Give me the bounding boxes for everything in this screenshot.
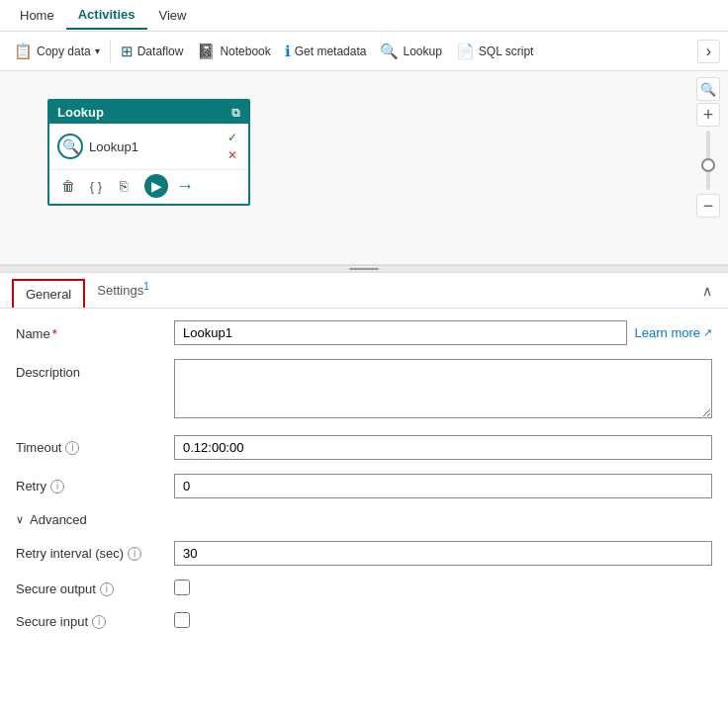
secure-output-label: Secure output i xyxy=(16,582,174,596)
timeout-field-wrapper xyxy=(174,435,712,460)
secure-output-field-wrapper xyxy=(174,580,190,598)
info-icon: ℹ xyxy=(285,43,291,60)
learn-more-link[interactable]: Learn more ↗ xyxy=(635,325,712,340)
status-ok-icon: ✓ xyxy=(225,130,240,145)
toolbar-more-button[interactable]: › xyxy=(697,40,720,63)
tab-general[interactable]: General xyxy=(12,279,85,308)
chevron-down-icon: ▾ xyxy=(95,45,100,56)
node-variables-button[interactable]: { } xyxy=(85,175,107,197)
lookup-node: Lookup ⧉ 🔍 Lookup1 ✓ ✕ 🗑 { } ⎘ ▶ → xyxy=(47,99,250,206)
zoom-controls: 🔍 + − xyxy=(696,77,720,218)
lookup-node-body: 🔍 Lookup1 ✓ ✕ xyxy=(49,124,248,169)
retry-label: Retry i xyxy=(16,479,174,493)
lookup-icon: 🔍 xyxy=(380,43,399,60)
retry-field-wrapper xyxy=(174,474,712,498)
node-delete-button[interactable]: 🗑 xyxy=(57,175,79,197)
external-link-icon: ↗ xyxy=(703,326,712,339)
retry-interval-input[interactable] xyxy=(174,541,712,566)
name-field-wrapper: Learn more ↗ xyxy=(174,320,712,345)
retry-interval-row: Retry interval (sec) i xyxy=(16,541,712,566)
retry-interval-info-icon[interactable]: i xyxy=(128,547,141,561)
zoom-in-button[interactable]: + xyxy=(696,103,720,127)
name-label: Name * xyxy=(16,320,174,341)
toolbar: 📋 Copy data ▾ ⊞ Dataflow 📓 Notebook ℹ Ge… xyxy=(0,32,728,71)
lookup-node-icon: 🔍 xyxy=(57,134,83,159)
get-metadata-button[interactable]: ℹ Get metadata xyxy=(279,39,373,64)
retry-interval-field-wrapper xyxy=(174,541,712,566)
advanced-toggle[interactable]: ∨ Advanced xyxy=(16,512,712,527)
node-run-button[interactable]: ▶ xyxy=(144,174,168,198)
node-status-icons: ✓ ✕ xyxy=(225,130,240,163)
name-required-indicator: * xyxy=(52,326,57,341)
secure-input-field-wrapper xyxy=(174,612,190,631)
timeout-info-icon[interactable]: i xyxy=(65,441,79,455)
properties-panel: General Settings1 ∧ Name * Learn more xyxy=(0,273,728,716)
secure-output-checkbox[interactable] xyxy=(174,580,190,595)
description-field-wrapper xyxy=(174,359,712,421)
retry-row: Retry i xyxy=(16,474,712,498)
nav-tab-home[interactable]: Home xyxy=(8,2,66,29)
props-tabs: General Settings1 ∧ xyxy=(0,273,728,309)
description-label: Description xyxy=(16,359,174,380)
retry-interval-label: Retry interval (sec) i xyxy=(16,546,174,561)
panel-collapse-button[interactable]: ∧ xyxy=(698,279,716,303)
chevron-down-icon: ∨ xyxy=(16,513,24,526)
sql-script-button[interactable]: 📄 SQL script xyxy=(450,39,540,64)
node-copy-button[interactable]: ⎘ xyxy=(113,175,135,197)
nav-tab-view[interactable]: View xyxy=(147,2,199,29)
secure-output-info-icon[interactable]: i xyxy=(100,582,114,596)
name-input[interactable] xyxy=(174,320,627,345)
nav-tab-activities[interactable]: Activities xyxy=(66,1,147,30)
top-nav: Home Activities View xyxy=(0,0,728,32)
retry-info-icon[interactable]: i xyxy=(50,480,64,493)
node-arrow-icon: → xyxy=(176,176,194,197)
toolbar-divider-1 xyxy=(110,40,111,63)
divider-handle xyxy=(349,268,379,270)
zoom-search-button[interactable]: 🔍 xyxy=(696,77,720,101)
panel-divider[interactable] xyxy=(0,265,728,273)
secure-input-row: Secure input i xyxy=(16,612,712,631)
status-err-icon: ✕ xyxy=(225,147,240,163)
notebook-icon: 📓 xyxy=(197,43,216,60)
lookup-button[interactable]: 🔍 Lookup xyxy=(374,39,447,64)
tab-settings[interactable]: Settings1 xyxy=(85,273,161,308)
settings-badge: 1 xyxy=(143,281,149,292)
secure-input-info-icon[interactable]: i xyxy=(92,615,106,629)
lookup-node-name: Lookup1 xyxy=(89,139,219,154)
canvas-area: Lookup ⧉ 🔍 Lookup1 ✓ ✕ 🗑 { } ⎘ ▶ → 🔍 xyxy=(0,71,728,265)
node-expand-icon[interactable]: ⧉ xyxy=(231,106,240,120)
secure-input-label: Secure input i xyxy=(16,614,174,629)
lookup-node-header: Lookup ⧉ xyxy=(49,101,248,124)
name-row: Name * Learn more ↗ xyxy=(16,320,712,345)
node-actions: 🗑 { } ⎘ ▶ → xyxy=(49,169,248,204)
dataflow-button[interactable]: ⊞ Dataflow xyxy=(115,39,190,64)
zoom-slider-thumb[interactable] xyxy=(701,158,715,172)
copy-data-button[interactable]: 📋 Copy data ▾ xyxy=(8,39,106,64)
dataflow-icon: ⊞ xyxy=(121,43,134,60)
zoom-slider-track xyxy=(706,131,710,190)
form-content: Name * Learn more ↗ Description xyxy=(0,309,728,716)
retry-input[interactable] xyxy=(174,474,712,498)
secure-input-checkbox[interactable] xyxy=(174,612,190,628)
description-textarea[interactable] xyxy=(174,359,712,418)
timeout-label: Timeout i xyxy=(16,440,174,455)
timeout-row: Timeout i xyxy=(16,435,712,460)
main-container: Lookup ⧉ 🔍 Lookup1 ✓ ✕ 🗑 { } ⎘ ▶ → 🔍 xyxy=(0,71,728,716)
description-row: Description xyxy=(16,359,712,421)
zoom-out-button[interactable]: − xyxy=(696,194,720,218)
secure-output-row: Secure output i xyxy=(16,580,712,598)
sql-script-icon: 📄 xyxy=(456,43,475,60)
copy-data-icon: 📋 xyxy=(14,43,33,60)
timeout-input[interactable] xyxy=(174,435,712,460)
notebook-button[interactable]: 📓 Notebook xyxy=(191,39,276,64)
